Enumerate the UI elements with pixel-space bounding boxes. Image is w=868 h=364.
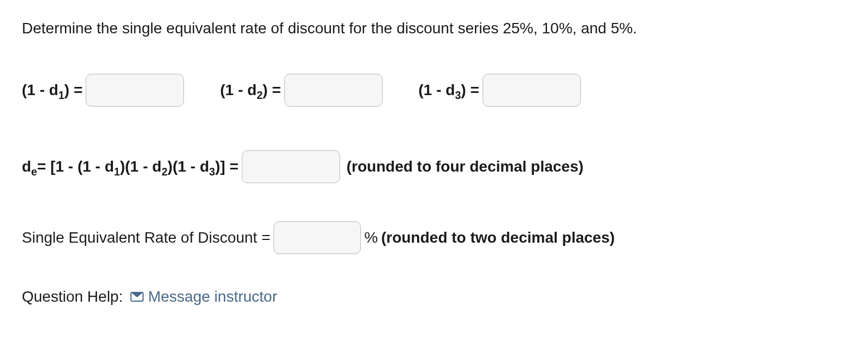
row-de-formula: de= [1 - (1 - d1)(1 - d2)(1 - d3)] = (ro… bbox=[22, 150, 846, 183]
percent-sign: % bbox=[364, 229, 378, 246]
input-de[interactable] bbox=[242, 150, 340, 183]
note-two-decimals: (rounded to two decimal places) bbox=[381, 229, 615, 246]
message-instructor-text: Message instructor bbox=[148, 288, 277, 306]
input-rate[interactable] bbox=[274, 221, 361, 254]
row-factors: (1 - d1) = (1 - d2) = (1 - d3) = bbox=[22, 74, 846, 107]
label-single-rate: Single Equivalent Rate of Discount = bbox=[22, 229, 270, 246]
message-instructor-link[interactable]: Message instructor bbox=[130, 288, 277, 306]
label-1-minus-d3: (1 - d3) = bbox=[419, 81, 479, 99]
question-help-row: Question Help: Message instructor bbox=[22, 288, 846, 306]
mail-icon bbox=[130, 292, 144, 302]
label-de-formula: de= [1 - (1 - d1)(1 - d2)(1 - d3)] = bbox=[22, 158, 239, 175]
input-d3[interactable] bbox=[483, 74, 581, 107]
label-1-minus-d2: (1 - d2) = bbox=[220, 81, 281, 99]
label-1-minus-d1: (1 - d1) = bbox=[22, 81, 82, 99]
input-d2[interactable] bbox=[284, 74, 383, 107]
question-help-label: Question Help: bbox=[22, 288, 123, 306]
input-d1[interactable] bbox=[86, 74, 184, 107]
note-four-decimals: (rounded to four decimal places) bbox=[347, 158, 584, 175]
row-single-rate: Single Equivalent Rate of Discount = % (… bbox=[22, 221, 846, 254]
question-prompt: Determine the single equivalent rate of … bbox=[22, 16, 846, 41]
